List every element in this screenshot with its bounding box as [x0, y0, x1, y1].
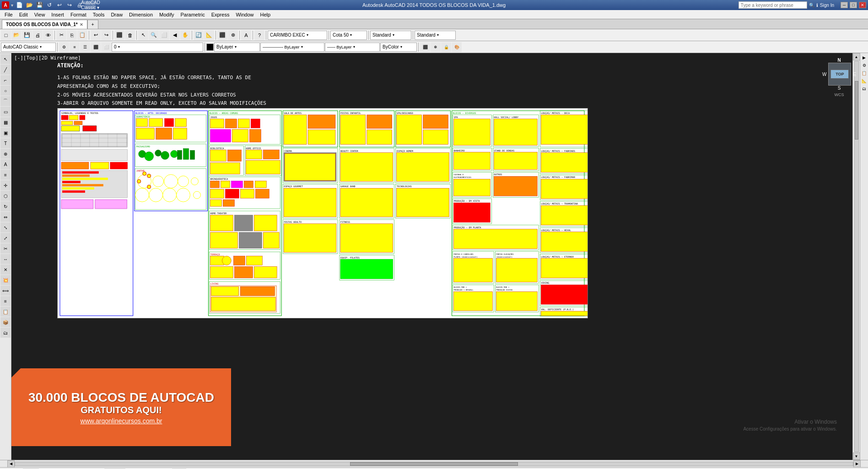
tb-match-prop[interactable]: ⬛	[420, 42, 430, 52]
app-menu-arrow[interactable]: ▾	[11, 3, 13, 8]
close-btn[interactable]: ✕	[859, 2, 866, 8]
tab-close-1[interactable]: ✕	[80, 22, 83, 27]
lt-scale[interactable]: ⤡	[0, 222, 11, 232]
v-scroll-track[interactable]	[854, 61, 859, 452]
rt-btn-1[interactable]: ▶	[861, 54, 868, 61]
lt-copy-obj[interactable]: ⬡	[0, 191, 11, 201]
tb-layer5[interactable]: ⬜	[101, 42, 111, 52]
tb-match[interactable]: ⬛	[114, 30, 124, 40]
tb-layer2[interactable]: ≡	[70, 42, 80, 52]
autocad-classic-dropdown[interactable]: AutoCAD Classic	[1, 43, 56, 52]
cube-box[interactable]: TOP	[828, 63, 851, 86]
search-icon[interactable]: 🔍	[809, 3, 814, 8]
lt-circle[interactable]: ○	[0, 86, 11, 96]
tb-zoom-all[interactable]: 🔍	[149, 30, 159, 40]
tb-orbit[interactable]: 🔄	[194, 30, 204, 40]
tb-pan[interactable]: ✋	[180, 30, 190, 40]
lt-pick[interactable]: ↖	[0, 54, 11, 64]
lt-line[interactable]: ╱	[0, 65, 11, 75]
tb-preview[interactable]: 👁	[43, 30, 53, 40]
lt-explode[interactable]: 💥	[0, 275, 11, 285]
tb-3d[interactable]: 📐	[204, 30, 214, 40]
color-dropdown[interactable]: ByLayer	[214, 43, 260, 52]
tb-copy[interactable]: ⎘	[67, 30, 77, 40]
menu-file[interactable]: File	[2, 11, 16, 18]
layer-dropdown[interactable]: 0	[112, 43, 203, 52]
lt-insert-block[interactable]: ⊕	[0, 149, 11, 159]
h-scroll-track[interactable]	[15, 462, 853, 466]
tb-layer4[interactable]: ⬛	[91, 42, 101, 52]
lt-stretch[interactable]: ⤢	[0, 233, 11, 243]
menu-help[interactable]: Help	[258, 11, 274, 18]
minimize-btn[interactable]: ─	[841, 2, 848, 8]
lt-rotate[interactable]: ↻	[0, 201, 11, 211]
menu-dimension[interactable]: Dimension	[126, 11, 156, 18]
tb-layer-lock[interactable]: 🔒	[441, 42, 451, 52]
sign-in-link[interactable]: Sign In	[820, 3, 834, 8]
lt-region[interactable]: ▣	[0, 128, 11, 138]
menu-express[interactable]: Express	[209, 11, 232, 18]
lt-text[interactable]: T	[0, 138, 11, 148]
text-style2-dropdown[interactable]: Standard	[370, 31, 411, 40]
menu-edit[interactable]: Edit	[16, 11, 31, 18]
lt-dim[interactable]: ⟺	[0, 286, 11, 296]
lt-pline[interactable]: ⌐	[0, 75, 11, 85]
linetype-dropdown[interactable]: ————— ByLayer	[260, 43, 324, 52]
cube-top-face[interactable]: TOP	[830, 70, 849, 79]
scroll-left-btn[interactable]: ◀	[7, 460, 15, 468]
ws-dropdown[interactable]: AutoCAD Classic ▾	[86, 1, 96, 9]
tb-zoom-window[interactable]: ⬜	[159, 30, 169, 40]
lt-rect[interactable]: ▭	[0, 107, 11, 117]
lt-erase[interactable]: ✕	[0, 264, 11, 275]
tb-insert[interactable]: ⊕	[228, 30, 238, 40]
save-btn[interactable]: 💾	[35, 1, 43, 9]
dim-style-dropdown[interactable]: Standard	[415, 31, 456, 40]
search-input[interactable]	[739, 1, 807, 9]
lt-properties[interactable]: 📋	[0, 307, 11, 317]
canvas-area[interactable]: [-][Top][2D Wireframe] ATENÇÃO: 1-AS FOL…	[11, 53, 860, 460]
rt-btn-5[interactable]: 🗂	[861, 85, 868, 92]
redo-title-btn[interactable]: ↪	[65, 1, 74, 9]
lt-adcenter[interactable]: 📦	[0, 317, 11, 327]
tb-plot[interactable]: 🖨	[32, 30, 43, 40]
tb-undo[interactable]: ↩	[91, 30, 101, 40]
tb-cut[interactable]: ✂	[56, 30, 66, 40]
lt-hatch[interactable]: ▦	[0, 117, 11, 127]
rt-btn-4[interactable]: 📐	[861, 77, 868, 85]
tb-layer-freeze[interactable]: ❄	[431, 42, 441, 52]
tb-layer-props[interactable]: ⚙	[59, 42, 69, 52]
menu-tools[interactable]: Tools	[90, 11, 108, 18]
text-style-dropdown[interactable]: CARIMBO EXEC	[268, 31, 327, 40]
menu-format[interactable]: Format	[68, 11, 89, 18]
tb-purge[interactable]: 🗑	[125, 30, 135, 40]
menu-insert[interactable]: Insert	[49, 11, 67, 18]
plot-dropdown[interactable]: ByColor	[380, 43, 417, 52]
menu-modify[interactable]: Modify	[156, 11, 177, 18]
lt-arc[interactable]: ⌒	[0, 96, 11, 106]
tb-open[interactable]: 📂	[11, 30, 22, 40]
menu-draw[interactable]: Draw	[108, 11, 125, 18]
lt-trim[interactable]: ✂	[0, 243, 11, 253]
sync-btn[interactable]: ↺	[45, 1, 54, 9]
maximize-btn[interactable]: □	[850, 2, 857, 8]
lt-multiline[interactable]: ≡	[0, 296, 11, 306]
promo-url[interactable]: www.arqonlinecursos.com.br	[81, 417, 162, 425]
lt-extend[interactable]: ↔	[0, 254, 11, 264]
lt-attdef[interactable]: A	[0, 159, 11, 169]
tb-attr[interactable]: A	[241, 30, 251, 40]
tb-block[interactable]: ⬛	[217, 30, 227, 40]
menu-parametric[interactable]: Parametric	[178, 11, 207, 18]
h-scroll-thumb[interactable]	[350, 462, 518, 466]
open-btn[interactable]: 📂	[25, 1, 33, 9]
lt-tool-palettes[interactable]: 🗂	[0, 328, 11, 338]
drawing-tab-1[interactable]: TODOS OS BLOCOS DA VIDA_1* ✕	[2, 20, 87, 29]
lt-offset[interactable]: ≡	[0, 170, 11, 180]
scroll-right-btn[interactable]: ▶	[853, 460, 861, 468]
tb-layer3[interactable]: ☰	[80, 42, 90, 52]
menu-view[interactable]: View	[32, 11, 48, 18]
menu-window[interactable]: Window	[233, 11, 256, 18]
drawing-tab-2[interactable]: +	[87, 20, 98, 29]
tb-save[interactable]: 💾	[22, 30, 32, 40]
tb-paste[interactable]: 📋	[77, 30, 87, 40]
rt-btn-3[interactable]: 📋	[861, 70, 868, 77]
